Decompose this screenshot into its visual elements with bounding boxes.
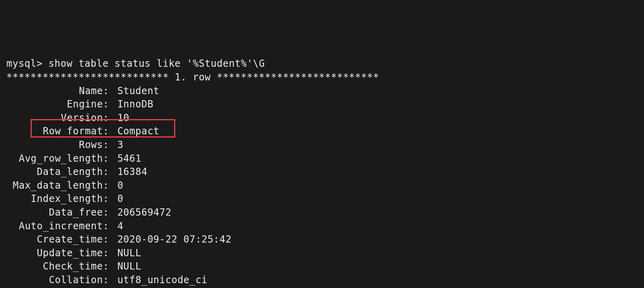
field-value: 10 bbox=[117, 111, 129, 125]
field-row-max_data_length: Max_data_length: 0 bbox=[6, 179, 638, 193]
field-row-collation: Collation: utf8_unicode_ci bbox=[6, 274, 638, 287]
field-separator: : bbox=[103, 192, 117, 206]
field-key: Name bbox=[6, 84, 103, 98]
field-value: 0 bbox=[117, 192, 123, 206]
field-value: 4 bbox=[117, 220, 123, 233]
field-key: Collation bbox=[6, 274, 103, 287]
mysql-prompt: mysql> bbox=[6, 58, 49, 69]
field-separator: : bbox=[103, 111, 117, 125]
sql-command: show table status like '%Student%'\G bbox=[49, 58, 265, 69]
field-key: Update_time bbox=[6, 247, 103, 260]
field-row-rows: Rows: 3 bbox=[6, 138, 638, 152]
field-row-avg_row_length: Avg_row_length: 5461 bbox=[6, 152, 638, 166]
field-separator: : bbox=[103, 233, 117, 247]
field-row-version: Version: 10 bbox=[6, 111, 638, 125]
field-separator: : bbox=[103, 220, 117, 233]
field-separator: : bbox=[103, 206, 117, 220]
field-list: Name: StudentEngine: InnoDBVersion: 10Ro… bbox=[6, 84, 638, 288]
field-row-name: Name: Student bbox=[6, 84, 638, 98]
field-value: NULL bbox=[117, 247, 142, 260]
field-key: Auto_increment bbox=[6, 220, 103, 233]
command-line: mysql> show table status like '%Student%… bbox=[6, 57, 638, 71]
field-value: 16384 bbox=[117, 165, 148, 179]
field-row-update_time: Update_time: NULL bbox=[6, 247, 638, 260]
field-row-data_free: Data_free: 206569472 bbox=[6, 206, 638, 220]
field-key: Check_time bbox=[6, 260, 103, 274]
field-key: Rows bbox=[6, 138, 103, 152]
field-separator: : bbox=[103, 274, 117, 287]
field-key: Row_format bbox=[6, 125, 103, 138]
field-key: Engine bbox=[6, 98, 103, 111]
field-key: Avg_row_length bbox=[6, 152, 103, 166]
field-key: Create_time bbox=[6, 233, 103, 247]
field-separator: : bbox=[103, 98, 117, 111]
field-value: utf8_unicode_ci bbox=[117, 274, 207, 287]
field-separator: : bbox=[103, 165, 117, 179]
field-value: 2020-09-22 07:25:42 bbox=[117, 233, 232, 247]
field-separator: : bbox=[103, 152, 117, 166]
field-row-create_time: Create_time: 2020-09-22 07:25:42 bbox=[6, 233, 638, 247]
field-key: Index_length bbox=[6, 192, 103, 206]
field-key: Max_data_length bbox=[6, 179, 103, 193]
field-value: 206569472 bbox=[117, 206, 172, 220]
field-value: 5461 bbox=[117, 152, 142, 166]
field-row-engine: Engine: InnoDB bbox=[6, 98, 638, 111]
field-key: Version bbox=[6, 111, 103, 125]
field-row-check_time: Check_time: NULL bbox=[6, 260, 638, 274]
field-separator: : bbox=[103, 125, 117, 138]
field-value: InnoDB bbox=[117, 98, 154, 111]
field-separator: : bbox=[103, 247, 117, 260]
row-header: *************************** 1. row *****… bbox=[6, 71, 638, 84]
field-key: Data_free bbox=[6, 206, 103, 220]
field-value: Compact bbox=[117, 125, 160, 138]
terminal-output[interactable]: mysql> show table status like '%Student%… bbox=[6, 57, 638, 288]
field-separator: : bbox=[103, 84, 117, 98]
field-row-data_length: Data_length: 16384 bbox=[6, 165, 638, 179]
field-key: Data_length bbox=[6, 165, 103, 179]
field-row-row_format: Row_format: Compact bbox=[6, 125, 638, 138]
field-value: Student bbox=[117, 84, 160, 98]
field-row-auto_increment: Auto_increment: 4 bbox=[6, 220, 638, 233]
field-value: 3 bbox=[117, 138, 123, 152]
field-value: 0 bbox=[117, 179, 123, 193]
field-separator: : bbox=[103, 179, 117, 193]
field-row-index_length: Index_length: 0 bbox=[6, 192, 638, 206]
field-value: NULL bbox=[117, 260, 142, 274]
field-separator: : bbox=[103, 138, 117, 152]
field-separator: : bbox=[103, 260, 117, 274]
